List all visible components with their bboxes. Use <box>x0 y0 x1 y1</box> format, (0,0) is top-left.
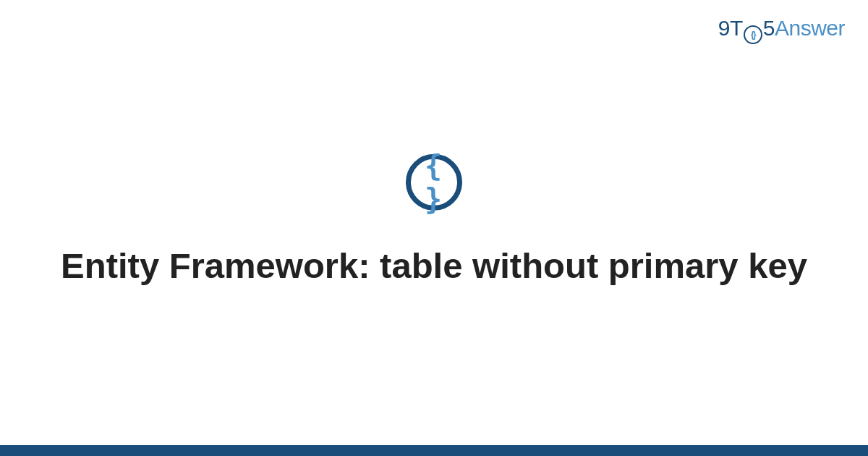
logo-text-9t: 9T <box>718 16 743 40</box>
page-title: Entity Framework: table without primary … <box>0 243 868 289</box>
footer-bar <box>0 445 868 456</box>
site-logo: 9T{}5Answer <box>718 16 845 44</box>
logo-text-5: 5 <box>763 16 775 40</box>
logo-circle-icon: {} <box>744 25 762 44</box>
logo-braces-icon: {} <box>751 29 755 40</box>
logo-text-answer: Answer <box>775 16 845 40</box>
main-content: { } Entity Framework: table without prim… <box>0 154 868 289</box>
code-braces-icon: { } <box>406 154 462 211</box>
braces-glyph: { } <box>411 149 457 216</box>
